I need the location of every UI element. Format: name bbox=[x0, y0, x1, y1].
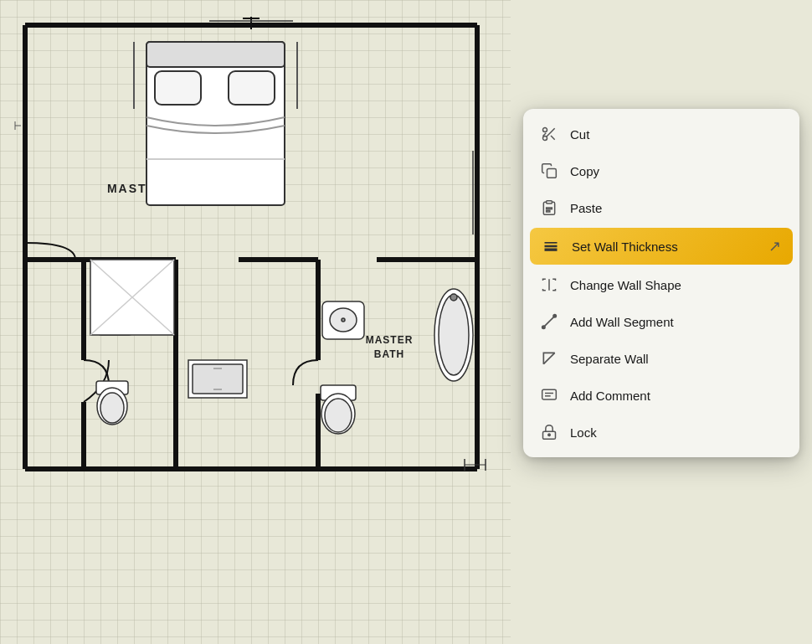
menu-item-cut[interactable]: Cut bbox=[523, 116, 799, 152]
add-wall-segment-label: Add Wall Segment bbox=[570, 315, 674, 329]
menu-item-separate-wall[interactable]: Separate Wall bbox=[523, 340, 799, 377]
menu-item-change-wall-shape[interactable]: Change Wall Shape bbox=[523, 266, 799, 303]
copy-label: Copy bbox=[570, 164, 599, 178]
svg-point-56 bbox=[543, 128, 547, 132]
menu-item-paste[interactable]: Paste bbox=[523, 189, 799, 226]
svg-line-58 bbox=[547, 128, 555, 137]
bracket-icon bbox=[540, 276, 558, 294]
svg-point-32 bbox=[342, 318, 345, 322]
paste-icon bbox=[540, 198, 558, 217]
svg-rect-23 bbox=[229, 71, 275, 105]
svg-point-70 bbox=[542, 326, 545, 328]
svg-rect-21 bbox=[146, 42, 285, 67]
svg-point-77 bbox=[548, 434, 551, 436]
copy-icon bbox=[540, 162, 558, 180]
svg-point-35 bbox=[325, 399, 352, 432]
floorplan-canvas: MASTER BEDROOM BATH MASTER BATH bbox=[0, 0, 511, 644]
set-wall-thickness-label: Set Wall Thickness bbox=[572, 240, 678, 254]
menu-item-add-wall-segment[interactable]: Add Wall Segment bbox=[523, 303, 799, 340]
svg-point-71 bbox=[553, 315, 556, 317]
context-menu: Cut Copy Paste bbox=[523, 109, 799, 457]
corner-icon bbox=[540, 349, 558, 368]
svg-point-57 bbox=[543, 137, 547, 141]
separate-wall-label: Separate Wall bbox=[570, 352, 649, 366]
svg-line-69 bbox=[543, 316, 554, 327]
svg-point-29 bbox=[450, 294, 457, 301]
svg-rect-63 bbox=[547, 208, 552, 209]
menu-item-copy[interactable]: Copy bbox=[523, 152, 799, 189]
menu-item-add-comment[interactable]: Add Comment bbox=[523, 377, 799, 414]
svg-rect-22 bbox=[155, 71, 201, 105]
floorplan-svg: MASTER BEDROOM BATH MASTER BATH bbox=[0, 0, 511, 644]
menu-item-lock[interactable]: Lock bbox=[523, 414, 799, 451]
lock-icon bbox=[540, 423, 558, 441]
lines-icon bbox=[542, 237, 560, 255]
cut-label: Cut bbox=[570, 127, 589, 142]
svg-point-41 bbox=[100, 393, 124, 423]
lock-label: Lock bbox=[570, 425, 597, 440]
svg-rect-62 bbox=[547, 201, 552, 204]
add-comment-label: Add Comment bbox=[570, 389, 650, 403]
cursor-arrow: ↗ bbox=[768, 237, 781, 255]
comment-icon bbox=[540, 386, 558, 404]
scissors-icon bbox=[540, 125, 558, 143]
svg-point-28 bbox=[439, 295, 469, 375]
svg-text:BATH: BATH bbox=[374, 348, 404, 360]
svg-text:MASTER: MASTER bbox=[366, 334, 414, 346]
menu-item-set-wall-thickness[interactable]: Set Wall Thickness ↗ bbox=[530, 228, 793, 265]
diagonal-line-icon bbox=[540, 312, 558, 331]
svg-rect-73 bbox=[542, 389, 557, 399]
change-wall-shape-label: Change Wall Shape bbox=[570, 278, 681, 292]
paste-label: Paste bbox=[570, 201, 602, 215]
svg-rect-64 bbox=[547, 210, 550, 212]
svg-line-72 bbox=[543, 353, 554, 363]
svg-rect-61 bbox=[547, 169, 557, 178]
svg-line-59 bbox=[551, 136, 555, 140]
